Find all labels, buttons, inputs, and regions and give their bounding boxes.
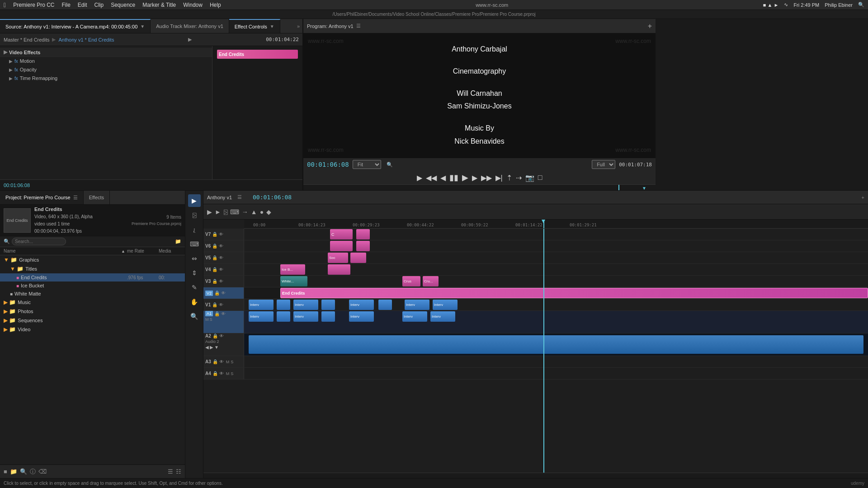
- a4-s[interactable]: S: [231, 371, 233, 376]
- source-tab[interactable]: Source: Anthony v1: Interview - A Camera…: [0, 19, 151, 33]
- tree-item-white-matte[interactable]: ■ White Matte: [0, 290, 185, 298]
- search-icon[interactable]: 🔍: [858, 2, 864, 8]
- tree-item-end-credits[interactable]: ■ End Credits .976 fps 00:: [0, 273, 185, 282]
- timeline-scrollbar[interactable]: [203, 473, 868, 478]
- clip-v1-2[interactable]: [277, 300, 290, 310]
- panel-expand-icon[interactable]: »: [297, 23, 300, 29]
- zoom-tool[interactable]: 🔍: [188, 310, 201, 323]
- mark-in-button[interactable]: ▶: [417, 174, 422, 182]
- a4-m[interactable]: M: [226, 371, 230, 376]
- clip-v4-ice[interactable]: Ice B...: [280, 264, 305, 275]
- ec-tab-menu[interactable]: ▼: [270, 24, 274, 29]
- v2-eye[interactable]: 👁: [221, 291, 226, 296]
- a1-m-button[interactable]: M: [205, 317, 209, 322]
- a4-lock[interactable]: 🔒: [212, 371, 218, 376]
- menu-marker[interactable]: Marker & Title: [142, 2, 176, 8]
- clip-v1-5[interactable]: Interv: [349, 300, 374, 310]
- menu-file[interactable]: File: [61, 2, 70, 8]
- find-icon[interactable]: 🔍: [20, 468, 27, 475]
- tree-item-music[interactable]: ▶ 📁 Music: [0, 298, 185, 307]
- new-item-icon[interactable]: ■: [4, 468, 7, 475]
- clip-a1-3[interactable]: Interv: [293, 311, 318, 322]
- clip-v1-1[interactable]: Interv: [249, 300, 274, 310]
- clip-v1-8[interactable]: Interv: [433, 300, 458, 310]
- hand-tool[interactable]: ✋: [188, 296, 201, 308]
- ec-time-value[interactable]: 00:01:06:08: [4, 183, 30, 188]
- v3-eye[interactable]: 👁: [219, 279, 223, 284]
- clip-v1-6[interactable]: [378, 300, 392, 310]
- fit-dropdown[interactable]: Fit25%50%100%: [353, 160, 381, 169]
- reset-icon[interactable]: ▶: [188, 37, 192, 42]
- tree-item-ice-bucket[interactable]: ■ Ice Bucket: [0, 282, 185, 290]
- v7-eye[interactable]: 👁: [219, 232, 223, 237]
- tl-marker-tool[interactable]: ◆: [266, 208, 271, 216]
- a4-eye[interactable]: 👁: [219, 371, 224, 376]
- clip-a1-4[interactable]: [321, 311, 335, 322]
- clip-v1-7[interactable]: Interv: [405, 300, 429, 310]
- v7-lock[interactable]: 🔒: [212, 232, 217, 237]
- project-search-input[interactable]: [12, 238, 66, 245]
- sort-icon[interactable]: ▲: [121, 249, 125, 253]
- roll-tool[interactable]: ⍮: [188, 223, 201, 236]
- a2-lock[interactable]: 🔒: [212, 333, 218, 338]
- tree-item-sequences[interactable]: ▶ 📁 Sequences: [0, 316, 185, 325]
- track-v1-content[interactable]: Interv Interv Interv Interv Interv: [244, 299, 868, 310]
- prev-frame-button[interactable]: ◀: [440, 174, 446, 182]
- step-forward-button[interactable]: ▶▶: [481, 174, 492, 182]
- tl-select-tool[interactable]: ▶: [207, 208, 212, 216]
- clip-a1-5[interactable]: Interv: [349, 311, 374, 322]
- next-frame-button[interactable]: ▶: [472, 174, 477, 182]
- clip-v3-crus[interactable]: Crus: [402, 276, 420, 286]
- new-bin-icon[interactable]: 📁: [10, 468, 17, 475]
- delete-icon[interactable]: ⌫: [38, 468, 47, 475]
- clip-v6-c2[interactable]: [356, 241, 370, 251]
- motion-row[interactable]: ▶ fx Motion: [0, 57, 212, 66]
- v5-lock[interactable]: 🔒: [212, 255, 217, 260]
- a2-expand[interactable]: ▼: [214, 345, 219, 350]
- info-icon[interactable]: ⓘ: [30, 468, 36, 476]
- audio-wave-a2[interactable]: [249, 335, 863, 354]
- tl-ripple-tool[interactable]: ⍄: [224, 208, 227, 216]
- tl-razor-tool[interactable]: ⌨: [230, 208, 239, 216]
- clip-sequence-label[interactable]: Anthony v1 * End Credits: [58, 37, 114, 42]
- new-folder-icon[interactable]: 📁: [175, 239, 181, 244]
- clip-v3-c2[interactable]: Cru...: [423, 276, 439, 286]
- v3-lock[interactable]: 🔒: [212, 279, 217, 284]
- settings-button[interactable]: □: [538, 174, 542, 182]
- tl-snap-tool[interactable]: ▲: [251, 208, 257, 216]
- track-a1-content[interactable]: Interv Interv Interv Interv Interv: [244, 311, 868, 333]
- play-button[interactable]: ▶: [462, 173, 468, 183]
- ripple-tool[interactable]: ⍄: [188, 209, 201, 221]
- a3-eye[interactable]: 👁: [219, 359, 224, 364]
- clip-v6-c[interactable]: [330, 241, 353, 251]
- a1-s-button[interactable]: S: [210, 317, 212, 322]
- menu-edit[interactable]: Edit: [78, 2, 87, 8]
- step-back-button[interactable]: ◀◀: [426, 174, 437, 182]
- track-a3-content[interactable]: [244, 356, 868, 367]
- zoom-icon[interactable]: 🔍: [387, 162, 393, 168]
- add-track-icon[interactable]: +: [862, 195, 864, 200]
- slip-tool[interactable]: ⇔: [188, 252, 201, 265]
- proj-tab-menu[interactable]: ☰: [73, 195, 78, 201]
- track-v4-content[interactable]: Ice B...: [244, 264, 868, 275]
- tree-item-video[interactable]: ▶ 📁 Video: [0, 325, 185, 334]
- clip-a1-7[interactable]: Interv: [430, 311, 455, 322]
- v1-eye[interactable]: 👁: [219, 302, 223, 307]
- clip-a1-6[interactable]: Interv: [402, 311, 427, 322]
- menu-help[interactable]: Help: [210, 2, 221, 8]
- v4-lock[interactable]: 🔒: [212, 267, 217, 272]
- track-v7-content[interactable]: C: [244, 229, 868, 240]
- v6-lock[interactable]: 🔒: [212, 244, 217, 249]
- tl-track-select-tool[interactable]: ►: [215, 208, 221, 216]
- lift-button[interactable]: ⇡: [506, 174, 512, 182]
- clip-v3-white[interactable]: White...: [280, 276, 307, 286]
- clip-v5-c2[interactable]: [350, 253, 366, 263]
- export-frame-button[interactable]: 📷: [525, 174, 534, 182]
- tl-link-tool[interactable]: ●: [260, 208, 264, 216]
- tree-item-titles[interactable]: ▼ 📁 Titles: [0, 264, 185, 273]
- end-credits-clip[interactable]: End Credits: [217, 50, 298, 59]
- v4-eye[interactable]: 👁: [219, 267, 223, 272]
- tl-header-menu[interactable]: ☰: [237, 194, 242, 200]
- a2-pan-right[interactable]: ▶: [210, 345, 213, 350]
- a2-eye[interactable]: 👁: [219, 333, 224, 338]
